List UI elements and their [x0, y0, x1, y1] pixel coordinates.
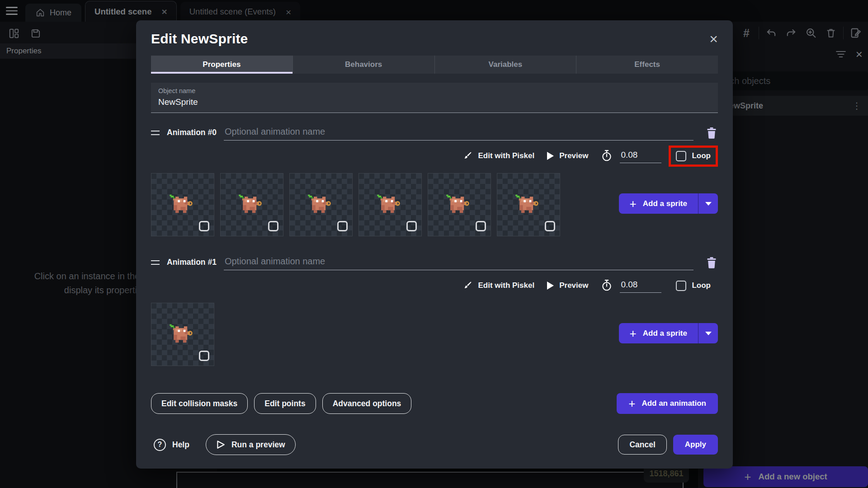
edit-collision-masks-button[interactable]: Edit collision masks	[151, 393, 248, 414]
dialog-footer: ? Help Run a preview Cancel Apply	[151, 434, 718, 455]
cancel-button[interactable]: Cancel	[618, 435, 666, 455]
time-between-frames-input[interactable]	[620, 149, 661, 163]
drag-handle-icon[interactable]	[151, 131, 160, 135]
loop-option-highlighted: Loop	[669, 145, 718, 167]
time-between-frames-input[interactable]	[620, 279, 661, 293]
animation-1-header: Animation #1	[151, 254, 718, 270]
preview-button[interactable]: Preview	[547, 281, 588, 290]
pig-sprite-image	[307, 192, 334, 219]
stopwatch-icon	[601, 279, 613, 292]
sprite-frame-thumbnail[interactable]	[220, 173, 283, 236]
sprite-frame-thumbnail[interactable]	[151, 173, 214, 236]
edit-object-dialog: Edit NewSprite × Properties Behaviors Va…	[136, 20, 733, 469]
animation-0-label: Animation #0	[167, 128, 217, 137]
chevron-down-icon	[705, 332, 712, 335]
drag-handle-icon[interactable]	[151, 260, 160, 265]
pig-sprite-image	[514, 192, 542, 219]
plus-icon: +	[630, 328, 637, 339]
frame-select-checkbox[interactable]	[406, 221, 417, 231]
animation-0-frames: + Add a sprite	[151, 173, 718, 236]
edit-points-button[interactable]: Edit points	[254, 393, 316, 414]
frame-select-checkbox[interactable]	[476, 221, 486, 231]
brush-icon	[462, 151, 472, 161]
pig-sprite-image	[445, 192, 472, 219]
frame-select-checkbox[interactable]	[199, 351, 209, 361]
sprite-frame-thumbnail[interactable]	[289, 173, 353, 236]
pig-sprite-image	[169, 192, 196, 219]
add-sprite-dropdown[interactable]	[698, 193, 718, 214]
animation-1-name-input[interactable]	[224, 254, 693, 270]
plus-icon: +	[628, 398, 635, 409]
pig-sprite-image	[376, 192, 403, 219]
loop-label: Loop	[692, 281, 711, 290]
add-an-animation-button[interactable]: + Add an animation	[617, 393, 718, 414]
delete-animation-icon[interactable]	[705, 126, 718, 140]
apply-button[interactable]: Apply	[673, 435, 718, 455]
chevron-down-icon	[705, 202, 712, 206]
dialog-title: Edit NewSprite	[151, 31, 248, 47]
gdevelop-window: Home Untitled scene × Untitled scene (Ev…	[0, 0, 868, 488]
add-a-sprite-button[interactable]: + Add a sprite	[619, 323, 718, 343]
dialog-close-icon[interactable]: ×	[709, 33, 718, 45]
pig-sprite-image	[169, 321, 196, 348]
add-a-sprite-button[interactable]: + Add a sprite	[619, 193, 718, 214]
loop-label: Loop	[692, 151, 711, 160]
tab-variables[interactable]: Variables	[434, 56, 576, 74]
sprite-frame-thumbnail[interactable]	[497, 173, 560, 236]
delete-animation-icon[interactable]	[705, 256, 718, 269]
plus-icon: +	[630, 198, 637, 210]
pig-sprite-image	[238, 192, 265, 219]
edit-with-piskel-button[interactable]: Edit with Piskel	[462, 151, 534, 161]
object-name-field-value: NewSprite	[158, 97, 711, 107]
tab-behaviors[interactable]: Behaviors	[292, 56, 434, 74]
animation-1-controls: Edit with Piskel Preview Loop	[151, 274, 718, 297]
animation-1-frames: + Add a sprite	[151, 303, 718, 366]
play-outline-icon	[216, 440, 225, 449]
loop-checkbox[interactable]	[676, 151, 686, 161]
brush-icon	[462, 281, 472, 291]
frame-select-checkbox[interactable]	[337, 221, 348, 231]
dialog-secondary-actions: Edit collision masks Edit points Advance…	[151, 393, 718, 414]
sprite-frame-thumbnail[interactable]	[359, 173, 422, 236]
play-icon	[547, 282, 554, 290]
play-icon	[547, 152, 554, 160]
object-name-field[interactable]: Object name NewSprite	[151, 83, 718, 113]
frame-select-checkbox[interactable]	[545, 221, 555, 231]
sprite-frame-thumbnail[interactable]	[151, 303, 214, 366]
animation-0-header: Animation #0	[151, 125, 718, 141]
add-sprite-dropdown[interactable]	[698, 323, 718, 343]
sprite-frame-thumbnail[interactable]	[428, 173, 491, 236]
tab-effects[interactable]: Effects	[576, 56, 718, 74]
object-name-field-label: Object name	[158, 87, 711, 94]
animation-0-controls: Edit with Piskel Preview Loop	[151, 144, 718, 168]
loop-option: Loop	[669, 275, 718, 296]
frame-select-checkbox[interactable]	[268, 221, 278, 231]
animation-1-label: Animation #1	[167, 258, 217, 267]
help-icon: ?	[154, 439, 166, 451]
advanced-options-button[interactable]: Advanced options	[322, 393, 412, 414]
animation-0-name-input[interactable]	[224, 125, 693, 141]
edit-with-piskel-button[interactable]: Edit with Piskel	[462, 281, 534, 291]
frame-select-checkbox[interactable]	[199, 221, 209, 231]
preview-button[interactable]: Preview	[547, 151, 588, 160]
stopwatch-icon	[601, 150, 613, 162]
run-a-preview-button[interactable]: Run a preview	[206, 434, 296, 455]
help-button[interactable]: ? Help	[154, 439, 189, 451]
dialog-tabs: Properties Behaviors Variables Effects	[151, 56, 718, 74]
loop-checkbox[interactable]	[676, 281, 686, 291]
tab-properties[interactable]: Properties	[151, 56, 292, 74]
